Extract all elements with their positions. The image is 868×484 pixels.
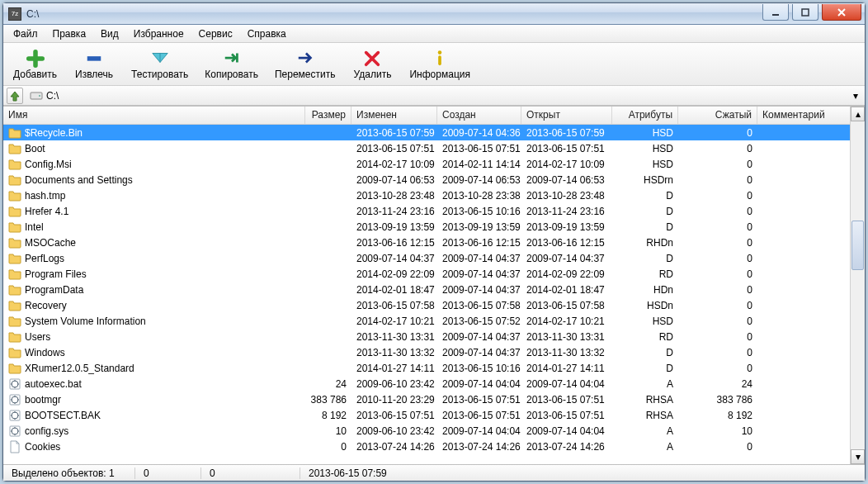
address-field[interactable]: C:\ ▾ — [26, 89, 861, 102]
vertical-scrollbar[interactable]: ▴ ▾ — [850, 107, 865, 464]
file-attrs: RD — [612, 268, 678, 280]
scroll-up-button[interactable]: ▴ — [851, 107, 865, 121]
col-size[interactable]: Размер — [305, 107, 351, 124]
col-attrs[interactable]: Атрибуты — [612, 107, 678, 124]
svg-rect-6 — [87, 56, 101, 61]
file-modified: 2013-09-19 13:59 — [351, 221, 437, 233]
table-row[interactable]: Program Files2014-02-09 22:092009-07-14 … — [3, 266, 850, 282]
file-packed: 0 — [678, 127, 757, 139]
table-row[interactable]: $Recycle.Bin2013-06-15 07:592009-07-14 0… — [3, 125, 850, 140]
file-attrs: HSD — [612, 127, 678, 139]
file-modified: 2009-07-14 04:37 — [351, 253, 437, 264]
file-opened: 2009-07-14 04:04 — [521, 378, 612, 390]
table-row[interactable]: Documents and Settings2009-07-14 06:5320… — [3, 172, 850, 187]
file-name: Config.Msi — [25, 159, 72, 170]
file-name: Recovery — [25, 300, 67, 311]
col-comment[interactable]: Комментарий — [757, 107, 832, 124]
table-row[interactable]: Recovery2013-06-15 07:582013-06-15 07:58… — [3, 297, 850, 313]
file-name: bootmgr — [25, 394, 61, 406]
col-modified[interactable]: Изменен — [351, 107, 437, 124]
menu-вид[interactable]: Вид — [94, 26, 125, 41]
info-icon — [429, 49, 451, 67]
tool-test-button[interactable]: Тестировать — [128, 47, 191, 82]
table-row[interactable]: MSOCache2013-06-16 12:152013-06-16 12:15… — [3, 235, 850, 250]
tool-extract-button[interactable]: Извлечь — [70, 47, 118, 82]
tool-add-button[interactable]: Добавить — [10, 47, 60, 82]
extract-icon — [83, 49, 105, 67]
minimize-button[interactable] — [762, 4, 789, 21]
table-row[interactable]: System Volume Information2014-02-17 10:2… — [3, 313, 850, 329]
file-opened: 2013-11-24 23:16 — [521, 206, 612, 217]
file-attrs: RD — [612, 331, 678, 343]
file-opened: 2013-10-28 23:48 — [521, 190, 612, 202]
col-name[interactable]: Имя — [3, 107, 305, 124]
file-modified: 2013-07-24 14:26 — [351, 441, 437, 453]
table-row[interactable]: XRumer12.0.5_Standard2014-01-27 14:11201… — [3, 360, 850, 376]
menu-правка[interactable]: Правка — [46, 26, 93, 41]
file-created: 2009-07-14 04:36 — [437, 127, 521, 139]
table-row[interactable]: Windows2013-11-30 13:322009-07-14 04:372… — [3, 344, 850, 360]
address-bar: C:\ ▾ — [3, 86, 865, 106]
menu-файл[interactable]: Файл — [7, 26, 45, 41]
file-opened: 2013-06-15 07:51 — [521, 394, 612, 406]
menu-сервис[interactable]: Сервис — [192, 26, 239, 41]
table-row[interactable]: config.sys102009-06-10 23:422009-07-14 0… — [3, 423, 850, 439]
table-row[interactable]: BOOTSECT.BAK8 1922013-06-15 07:512013-06… — [3, 407, 850, 423]
menu-справка[interactable]: Справка — [241, 26, 293, 41]
column-headers: Имя Размер Изменен Создан Открыт Атрибут… — [3, 107, 850, 125]
file-size: 24 — [305, 378, 351, 390]
scroll-track[interactable] — [851, 121, 865, 449]
table-row[interactable]: Boot2013-06-15 07:512013-06-15 07:512013… — [3, 140, 850, 156]
table-row[interactable]: hash.tmp2013-10-28 23:482013-10-28 23:38… — [3, 187, 850, 203]
file-name: $Recycle.Bin — [25, 127, 83, 139]
file-attrs: HDn — [612, 284, 678, 296]
col-created[interactable]: Создан — [437, 107, 521, 124]
table-row[interactable]: PerfLogs2009-07-14 04:372009-07-14 04:37… — [3, 250, 850, 266]
file-created: 2013-06-16 12:15 — [437, 237, 521, 249]
table-row[interactable]: bootmgr383 7862010-11-20 23:292013-06-15… — [3, 391, 850, 407]
folder-icon — [8, 299, 21, 312]
file-attrs: A — [612, 378, 678, 390]
toolbar: ДобавитьИзвлечьТестироватьКопироватьПере… — [3, 43, 865, 86]
file-opened: 2014-02-01 18:47 — [521, 284, 612, 296]
nav-up-button[interactable] — [7, 88, 23, 104]
col-opened[interactable]: Открыт — [521, 107, 612, 124]
file-opened: 2013-06-15 07:51 — [521, 143, 612, 154]
tool-delete-button[interactable]: Удалить — [348, 47, 396, 82]
titlebar[interactable]: 7z C:\ — [3, 3, 865, 25]
col-packed[interactable]: Сжатый — [678, 107, 757, 124]
tool-info-button[interactable]: Информация — [406, 47, 473, 82]
file-packed: 0 — [678, 143, 757, 154]
scroll-down-button[interactable]: ▾ — [851, 449, 865, 464]
file-modified: 2014-02-17 10:09 — [351, 159, 437, 170]
scroll-thumb[interactable] — [851, 221, 864, 270]
file-name: Users — [25, 331, 50, 343]
table-row[interactable]: autoexec.bat242009-06-10 23:422009-07-14… — [3, 376, 850, 391]
address-dropdown-icon[interactable]: ▾ — [853, 90, 858, 102]
folder-icon — [8, 330, 21, 344]
file-opened: 2014-01-27 14:11 — [521, 363, 612, 374]
file-modified: 2013-11-24 23:16 — [351, 206, 437, 217]
maximize-button[interactable] — [792, 4, 818, 21]
file-created: 2013-09-19 13:59 — [437, 221, 521, 233]
tool-copy-button[interactable]: Копировать — [201, 47, 262, 82]
file-attrs: D — [612, 190, 678, 202]
file-attrs: D — [612, 206, 678, 217]
table-row[interactable]: Hrefer 4.12013-11-24 23:162013-06-15 10:… — [3, 203, 850, 219]
table-row[interactable]: Cookies02013-07-24 14:262013-07-24 14:26… — [3, 439, 850, 454]
close-button[interactable] — [822, 4, 861, 21]
menu-избранное[interactable]: Избранное — [127, 26, 191, 41]
table-row[interactable]: Intel2013-09-19 13:592013-09-19 13:59201… — [3, 219, 850, 235]
tool-label: Информация — [409, 69, 469, 80]
file-name: System Volume Information — [25, 316, 146, 327]
file-opened: 2009-07-14 04:37 — [521, 253, 612, 264]
tool-label: Добавить — [13, 69, 57, 80]
app-icon: 7z — [8, 7, 21, 21]
table-row[interactable]: Config.Msi2014-02-17 10:092014-02-11 14:… — [3, 156, 850, 172]
tool-move-button[interactable]: Переместить — [271, 47, 339, 82]
file-packed: 0 — [678, 190, 757, 202]
file-opened: 2014-02-17 10:09 — [521, 159, 612, 170]
table-row[interactable]: Users2013-11-30 13:312009-07-14 04:37201… — [3, 329, 850, 344]
file-modified: 2014-02-09 22:09 — [351, 268, 437, 280]
table-row[interactable]: ProgramData2014-02-01 18:472009-07-14 04… — [3, 282, 850, 297]
